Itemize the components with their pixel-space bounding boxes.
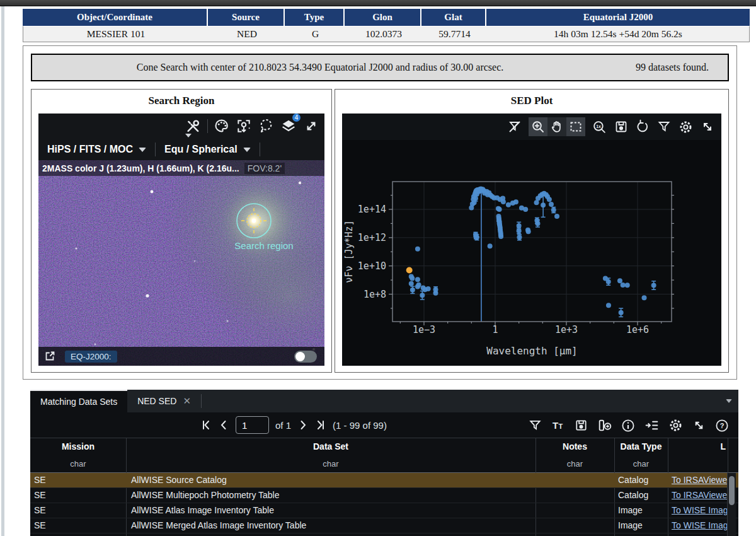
readout-toggle[interactable] (294, 351, 317, 363)
svg-text:1e+6: 1e+6 (626, 324, 649, 335)
table-row[interactable]: SEAllWISE Atlas Image Inventory TableIma… (30, 503, 738, 518)
sky-image[interactable]: Search region (38, 160, 324, 366)
next-page-icon[interactable] (297, 419, 309, 431)
external-link-icon[interactable] (43, 350, 56, 363)
layers-icon[interactable]: 4 (280, 117, 297, 135)
expand-table-icon[interactable] (692, 418, 706, 433)
table-cell: NEOWISE-R Single Exposure (L1b) Source T… (126, 533, 536, 536)
recenter-icon[interactable] (236, 118, 252, 134)
table-toolbar-icons: T T (528, 417, 730, 433)
object-coordinate-table: Object/Coordinate Source Type Glon Glat … (23, 9, 750, 42)
tools-icon[interactable] (185, 118, 202, 135)
layers-count-badge: 4 (292, 114, 301, 122)
svg-text:1x: 1x (596, 124, 601, 128)
object-glon: 102.0373 (345, 26, 422, 42)
region-select-icon[interactable] (258, 118, 274, 134)
search-region-annotation: Search region (234, 240, 293, 251)
info-icon[interactable] (621, 418, 636, 433)
search-region-panel: Search Region (31, 89, 332, 373)
cone-search-text: Cone Search with center of 210.8023 54.3… (32, 55, 608, 80)
box-select-tool[interactable] (566, 117, 585, 136)
coord-system-dropdown[interactable]: Equ / Spherical (156, 144, 260, 155)
tab-label: Matching Data Sets (40, 397, 117, 407)
chart-settings-icon[interactable] (678, 119, 694, 135)
last-page-icon[interactable] (315, 419, 326, 431)
col-dataset[interactable]: Data Set (126, 441, 536, 452)
tab-list-chevron-icon[interactable] (726, 399, 732, 403)
svg-text:Wavelength [μm]: Wavelength [μm] (486, 345, 578, 357)
col-link[interactable]: L (668, 441, 726, 452)
tab-label: NED SED (137, 396, 176, 406)
close-tab-icon[interactable]: ✕ (183, 395, 191, 407)
svg-text:1e+10: 1e+10 (358, 260, 386, 272)
coordinate-readout[interactable]: EQ-J2000: (65, 351, 117, 363)
svg-text:νFν [Jy*Hz]: νFν [Jy*Hz] (343, 220, 355, 283)
object-table-row: MESSIER 101 NED G 102.0373 59.7714 14h 0… (23, 26, 750, 42)
prev-page-icon[interactable] (218, 419, 229, 431)
table-row[interactable]: SEAllWISE Multiepoch Photometry TableCat… (30, 488, 738, 503)
sed-scatter-chart[interactable]: 1e−311e+31e+61e+81e+101e+121e+14Waveleng… (342, 140, 721, 366)
filter-icon[interactable] (656, 119, 672, 134)
add-column-icon[interactable] (597, 417, 612, 433)
col-notes[interactable]: Notes (536, 441, 614, 452)
col-header-source: Source (208, 9, 285, 26)
zoom-in-tool[interactable] (529, 117, 547, 136)
col-header-type: Type (285, 9, 345, 26)
layer-name: 2MASS color J (1.23um), H (1.66um), K (2… (42, 163, 239, 173)
color-palette-icon[interactable] (214, 118, 230, 134)
svg-text:T: T (559, 422, 563, 430)
append-rows-icon[interactable] (644, 417, 660, 433)
col-mission[interactable]: Mission (30, 441, 126, 452)
datasets-section: Matching Data Sets NED SED ✕ of 1 (30, 390, 738, 536)
tab-ned-sed[interactable]: NED SED ✕ (127, 390, 201, 412)
table-row[interactable]: SEAllWISE Source CatalogCatalogTo IRSAVi… (30, 473, 738, 488)
col-header-glon: Glon (345, 9, 421, 26)
tab-matching-data-sets[interactable]: Matching Data Sets (30, 390, 127, 412)
help-icon[interactable]: ? (714, 418, 730, 433)
table-row[interactable]: SEAllWISE Merged Atlas Image Inventory T… (30, 518, 738, 533)
filter-off-icon[interactable] (507, 119, 522, 134)
hips-fits-moc-dropdown[interactable]: HiPS / FITS / MOC (38, 144, 155, 155)
table-filter-icon[interactable] (528, 418, 542, 433)
table-cell: AllWISE Atlas Image Inventory Table (126, 503, 536, 518)
restore-chart-icon[interactable] (635, 119, 650, 134)
pan-tool[interactable] (547, 117, 566, 136)
save-table-icon[interactable] (574, 418, 588, 433)
object-equatorial: 14h 03m 12.54s +54d 20m 56.2s (487, 26, 749, 42)
sky-viewer[interactable]: Search region (38, 114, 324, 366)
page-number-input[interactable] (236, 416, 269, 434)
dataset-link[interactable]: To IRSAViewer (668, 533, 728, 536)
page-of-label: of 1 (275, 420, 291, 431)
expand-icon[interactable] (303, 118, 319, 134)
table-scrollbar-thumb[interactable] (729, 476, 735, 505)
app-window: Object/Coordinate Source Type Glon Glat … (0, 0, 756, 536)
table-cell: Catalog (614, 533, 668, 536)
table-cell (536, 503, 614, 518)
sed-chart-area[interactable]: 1x (342, 114, 721, 366)
save-chart-icon[interactable] (614, 119, 629, 134)
col-mission-type: char (30, 459, 126, 469)
chart-toolbar: 1x (342, 114, 721, 140)
dataset-link[interactable]: To WISE Image (668, 518, 728, 533)
table-cell: AllWISE Multiepoch Photometry Table (126, 488, 536, 503)
table-cell (536, 518, 614, 533)
table-row[interactable]: SENEOWISE-R Single Exposure (L1b) Source… (30, 533, 738, 536)
image-readout-bar: EQ-J2000: (38, 347, 324, 366)
first-page-icon[interactable] (200, 419, 212, 431)
chevron-down-icon (139, 148, 146, 152)
zoom-original-icon[interactable]: 1x (592, 119, 607, 135)
dataset-link[interactable]: To IRSAViewer (668, 488, 728, 503)
tab-bar: Matching Data Sets NED SED ✕ (30, 390, 738, 412)
expand-chart-icon[interactable] (700, 119, 715, 134)
table-settings-icon[interactable] (668, 417, 684, 433)
col-datatype[interactable]: Data Type (614, 441, 668, 452)
dataset-link[interactable]: To IRSAViewer (668, 473, 728, 487)
object-source: NED (209, 26, 285, 42)
dataset-link[interactable]: To WISE Image (668, 503, 728, 518)
table-cell: SE (30, 503, 126, 518)
text-view-icon[interactable]: T T (551, 418, 566, 433)
sed-plot-panel: SED Plot (335, 89, 729, 373)
col-dataset-type: char (126, 459, 536, 469)
table-cell: SE (30, 533, 126, 536)
svg-text:1e+12: 1e+12 (358, 232, 386, 243)
